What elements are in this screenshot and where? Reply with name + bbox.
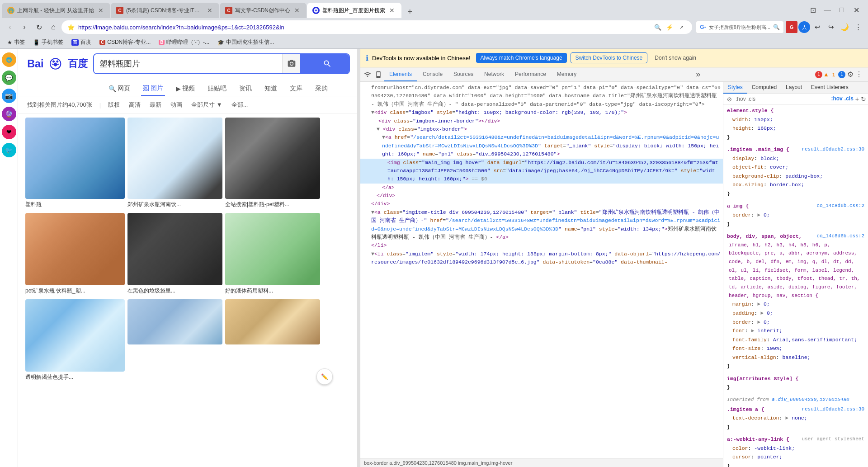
style-prop-margin[interactable]: margin: ► 0;	[727, 300, 864, 309]
baidu-search-box[interactable]	[93, 53, 350, 74]
origin-link-0[interactable]: result_d0daeb2.css:30	[802, 146, 864, 152]
origin-link-1[interactable]: co_14c8d6b.css:2	[816, 203, 864, 208]
style-prop-height[interactable]: height: 160px;	[727, 124, 864, 133]
devtools-tab-elements[interactable]: Elements	[384, 67, 417, 81]
menu-button[interactable]: ⋮	[852, 21, 864, 33]
nav-news[interactable]: 资讯	[237, 81, 254, 96]
sidebar-icon-4[interactable]: ❤	[2, 125, 16, 139]
image-item-4[interactable]: 在黑色的垃圾袋里...	[127, 213, 222, 297]
style-prop-box-sizing[interactable]: box-sizing: border-box;	[727, 180, 864, 189]
sidebar-icon-3[interactable]: 🔮	[2, 107, 16, 121]
inherited-from-link[interactable]: a.div_699504230,1276015480	[772, 397, 849, 402]
close-button[interactable]: ✕	[850, 4, 863, 16]
always-match-button[interactable]: Always match Chrome's language	[476, 53, 567, 63]
home-button[interactable]: ⌂	[47, 21, 60, 33]
add-style-icon[interactable]: +	[855, 95, 859, 103]
back-button[interactable]: ‹	[4, 21, 16, 33]
maximize-button[interactable]: □	[835, 4, 848, 16]
tab-4[interactable]: 塑料瓶图片_百度图片搜索 ✕	[307, 3, 401, 18]
nav-wenku[interactable]: 文库	[288, 81, 304, 96]
undo-button[interactable]: ↩	[811, 21, 824, 33]
share-icon[interactable]: ↗	[676, 22, 686, 32]
image-item-6[interactable]: 透明解渴蓝色提手...	[25, 299, 125, 383]
bookmark-bilibili[interactable]: B 哔哩哔哩（'-'）-...	[155, 38, 213, 47]
origin-link-3[interactable]: result_d0daeb2.css:30	[802, 406, 864, 412]
edit-button[interactable]: ✏️	[316, 368, 333, 385]
styles-filter-input[interactable]	[734, 95, 831, 103]
image-item-1[interactable]: 郑州矿泉水瓶河南饮...	[127, 118, 222, 210]
styles-tab-styles[interactable]: Styles	[723, 82, 747, 94]
cls-toggle[interactable]: .cls	[844, 95, 854, 103]
image-item-2[interactable]: 全站搜索|塑料瓶-pet塑料...	[225, 118, 320, 210]
filter-newest[interactable]: 最新	[148, 100, 163, 110]
refresh-style-icon[interactable]: ↻	[861, 95, 866, 103]
switch-devtools-button[interactable]: Switch DevTools to Chinese	[571, 52, 648, 63]
filter-animation[interactable]: 动画	[169, 100, 184, 110]
bookmark-mobile[interactable]: 📱 手机书签	[29, 38, 67, 47]
sidebar-icon-1[interactable]: 💬	[2, 71, 16, 85]
styles-tab-event-listeners[interactable]: Event Listeners	[807, 82, 853, 94]
sidebar-icon-5[interactable]: 🐦	[2, 143, 16, 157]
tab-2-close[interactable]: ✕	[206, 6, 214, 14]
devtools-tab-memory[interactable]: Memory	[552, 67, 582, 81]
filter-copyright[interactable]: 版权	[106, 100, 122, 110]
devtools-inspect-icon[interactable]	[362, 71, 373, 78]
filter-more[interactable]: 全部...	[230, 100, 250, 110]
nav-zhidao[interactable]: 知道	[263, 81, 279, 96]
tab-3[interactable]: C 写文章-CSDN创作中心 ✕	[220, 3, 307, 18]
bookmark-csdn[interactable]: C CSDN博客-专业...	[96, 38, 154, 47]
profile-icon[interactable]: 人	[798, 21, 810, 33]
style-prop-font-family[interactable]: font-family: Arial,sans-serif!important;	[727, 335, 864, 344]
style-prop-border[interactable]: border: ► 0;	[727, 211, 864, 220]
style-prop-font-size[interactable]: font-size: 100%;	[727, 344, 864, 353]
address-input-wrap[interactable]: ⭐ https://image.baidu.com/search/index?t…	[61, 20, 692, 34]
g-search-icon[interactable]: 🔍	[773, 24, 780, 30]
origin-link-2[interactable]: co_14c8d6b.css:2	[816, 233, 864, 239]
style-prop-padding[interactable]: padding: ► 0;	[727, 309, 864, 318]
nav-webpage[interactable]: 🔍 网页	[107, 81, 132, 96]
redo-button[interactable]: ↪	[825, 21, 837, 33]
google-account-icon[interactable]: G	[786, 21, 797, 33]
styles-tab-layout[interactable]: Layout	[781, 82, 807, 94]
reload-button[interactable]: ↻	[33, 21, 45, 33]
filter-size[interactable]: 全部尺寸 ▼	[189, 100, 224, 110]
tab-3-close[interactable]: ✕	[293, 6, 301, 14]
image-item-8[interactable]	[225, 299, 320, 383]
style-prop-color-link[interactable]: color: -webkit-link;	[727, 444, 864, 453]
nav-tieba[interactable]: 贴贴吧	[206, 81, 228, 96]
bookmark-baidu[interactable]: 百 百度	[68, 38, 95, 47]
style-prop-border2[interactable]: border: ► 0;	[727, 318, 864, 327]
devtools-more-button[interactable]: »	[692, 70, 704, 79]
devtools-vertical-dots[interactable]: ⋮	[855, 70, 863, 79]
devtools-tab-performance[interactable]: Performance	[509, 67, 552, 81]
search-icon[interactable]: 🔍	[653, 22, 663, 32]
tab-1-close[interactable]: ✕	[97, 6, 105, 14]
sidebar-icon-2[interactable]: 📷	[2, 89, 16, 103]
nav-image[interactable]: 🖼 图片	[141, 81, 165, 96]
bookmark-grad[interactable]: 🎓 中国研究生招生信...	[214, 38, 278, 47]
image-item-0[interactable]: 塑料瓶	[25, 118, 125, 210]
minimize-button[interactable]: —	[821, 4, 834, 16]
bookmark-star[interactable]: ★ 书签	[4, 38, 28, 47]
style-prop-object-fit[interactable]: object-fit: cover;	[727, 163, 864, 172]
style-prop-cursor[interactable]: cursor: pointer;	[727, 453, 864, 462]
lightning-icon[interactable]: ⚡	[665, 22, 675, 32]
style-prop-text-decoration[interactable]: text-decoration: ► none;	[727, 414, 864, 423]
html-code-view[interactable]: fromrurlhost="cn.diytrade.com" data-ext=…	[360, 82, 723, 458]
devtools-tab-network[interactable]: Network	[479, 67, 509, 81]
image-item-3[interactable]: pet矿泉水瓶 饮料瓶_塑...	[25, 213, 125, 297]
devtools-tab-console[interactable]: Console	[417, 67, 448, 81]
nav-video[interactable]: ▶ 视频	[174, 81, 197, 96]
new-tab-button[interactable]: +	[404, 5, 416, 18]
styles-tab-computed[interactable]: Computed	[747, 82, 781, 94]
hov-toggle[interactable]: :hov	[831, 95, 842, 103]
image-item-5[interactable]: 好的液体药用塑料...	[225, 213, 320, 297]
baidu-search-input[interactable]	[94, 54, 282, 73]
style-prop-bg-clip[interactable]: background-clip: padding-box;	[727, 172, 864, 181]
moon-icon[interactable]: 🌙	[838, 21, 851, 33]
baidu-camera-icon[interactable]	[282, 54, 300, 73]
style-prop-width[interactable]: width: 150px;	[727, 115, 864, 124]
devtools-tab-sources[interactable]: Sources	[448, 67, 479, 81]
devtools-device-icon[interactable]	[373, 71, 384, 78]
tab-strip-icon[interactable]: ⊡	[807, 4, 819, 16]
